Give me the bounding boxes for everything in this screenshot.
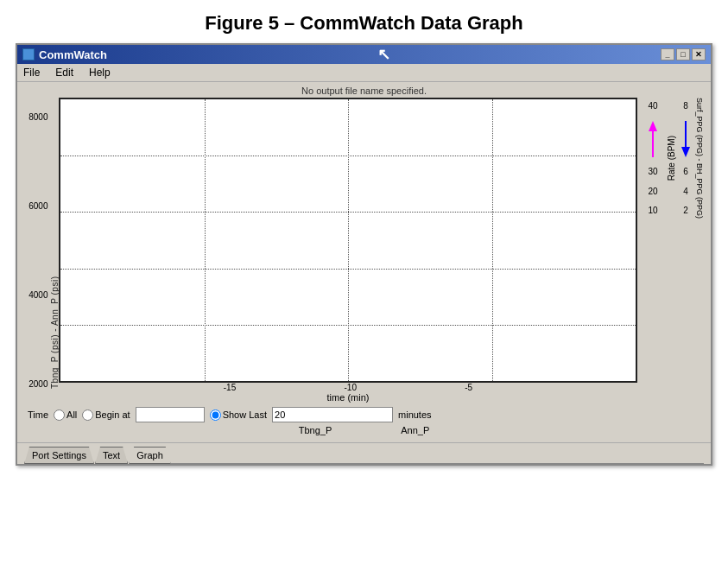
content-area: No output file name specified. 8000 6000…	[17, 82, 711, 442]
rate-axis-col: 40 30 20 10	[641, 98, 665, 219]
rate-axis-label: Rate (BPM)	[667, 136, 676, 181]
ppg-axis-col: 8 6 4 2	[678, 98, 693, 219]
all-radio[interactable]	[54, 409, 65, 421]
begin-at-input[interactable]	[136, 407, 205, 422]
arrow-shaft-up	[652, 131, 654, 157]
ppg-tick-8: 8	[683, 101, 688, 111]
rate-tick-10: 10	[648, 206, 657, 215]
x-axis-ticks: . -15 -10 -5 .	[59, 383, 637, 392]
arrow-down-blue	[681, 121, 690, 157]
arrow-shaft-down	[685, 121, 687, 147]
graph-canvas	[59, 98, 637, 383]
ppg-tick-6: 6	[683, 167, 688, 176]
v-grid-2	[348, 99, 349, 381]
y-tick-2000: 2000	[22, 379, 48, 389]
y-tick-4000: 4000	[22, 290, 48, 300]
tabs-row: Port Settings Text Graph	[17, 442, 711, 464]
time-label: Time	[28, 409, 48, 420]
right-axes-group: 40 30 20 10 Rate (BPM) 8	[641, 98, 704, 219]
title-bar-controls: _ □ ✕	[661, 48, 706, 60]
arrow-up-magenta	[649, 121, 657, 157]
maximize-button[interactable]: □	[676, 48, 690, 60]
y-tick-6000: 6000	[22, 201, 48, 211]
x-axis-label: time (min)	[59, 392, 637, 403]
tab-port-settings[interactable]: Port Settings	[24, 447, 94, 464]
arrow-up-icon	[649, 121, 657, 131]
menu-bar: File Edit Help	[17, 64, 711, 82]
x-tick-minus15: -15	[224, 383, 236, 392]
title-bar: CommWatch ↖ _ □ ✕	[17, 45, 711, 64]
tab-graph[interactable]: Graph	[129, 447, 171, 464]
begin-at-radio-label[interactable]: Begin at	[82, 409, 130, 421]
graph-status: No output file name specified.	[24, 86, 704, 96]
ppg-tick-4: 4	[683, 187, 688, 196]
rate-tick-40: 40	[648, 101, 657, 111]
begin-at-label: Begin at	[95, 409, 130, 420]
menu-file[interactable]: File	[21, 66, 42, 79]
all-label: All	[66, 409, 77, 420]
minimize-button[interactable]: _	[661, 48, 674, 60]
tab-spacer	[170, 463, 704, 464]
tab-text[interactable]: Text	[95, 447, 128, 464]
show-last-label: Show Last	[223, 409, 267, 420]
show-last-input[interactable]	[272, 407, 393, 422]
legend-item-tbng: Tbng_P	[299, 425, 332, 435]
v-grid-1	[205, 99, 206, 381]
arrow-down-icon	[681, 147, 690, 157]
title-bar-left: CommWatch	[22, 48, 107, 61]
show-last-radio-label[interactable]: Show Last	[210, 409, 267, 421]
app-window: CommWatch ↖ _ □ ✕ File Edit Help No outp…	[16, 43, 712, 466]
menu-help[interactable]: Help	[86, 66, 113, 79]
begin-at-radio[interactable]	[82, 409, 93, 421]
legend-row: Tbng_P Ann_P	[24, 425, 704, 439]
minutes-label: minutes	[398, 409, 432, 420]
all-radio-label[interactable]: All	[54, 409, 77, 421]
x-tick-minus5: -5	[465, 383, 472, 392]
x-tick-minus10: -10	[345, 383, 357, 392]
graph-center: . -15 -10 -5 . time (min)	[59, 98, 637, 403]
controls-row: Time All Begin at Show Last minutes	[24, 403, 704, 425]
close-button[interactable]: ✕	[692, 48, 706, 60]
window-title: CommWatch	[39, 48, 107, 61]
graph-main-row: 8000 6000 4000 2000 Tbng_P (psi) - Ann_P…	[24, 98, 704, 403]
ppg-label-col: Surf_PPG (PPG) - BH_PPG (PPG)	[695, 98, 704, 219]
rate-tick-20: 20	[648, 187, 657, 196]
rate-tick-30: 30	[648, 167, 657, 176]
y-tick-8000: 8000	[22, 112, 48, 122]
cursor-indicator: ↖	[377, 46, 390, 63]
legend-item-ann: Ann_P	[401, 425, 429, 435]
v-grid-3	[492, 99, 493, 381]
app-icon	[22, 48, 35, 60]
y-axis-left-label: Tbng_P (psi) - Ann_P (psi)	[50, 112, 60, 389]
rate-label-col: Rate (BPM)	[667, 98, 676, 219]
y-axis-left: 8000 6000 4000 2000 Tbng_P (psi) - Ann_P…	[24, 98, 57, 403]
ppg-axis-label: Surf_PPG (PPG) - BH_PPG (PPG)	[695, 98, 704, 219]
ppg-tick-2: 2	[683, 206, 688, 215]
show-last-radio[interactable]	[210, 409, 221, 421]
page-title: Figure 5 – CommWatch Data Graph	[0, 0, 728, 43]
menu-edit[interactable]: Edit	[53, 66, 76, 79]
